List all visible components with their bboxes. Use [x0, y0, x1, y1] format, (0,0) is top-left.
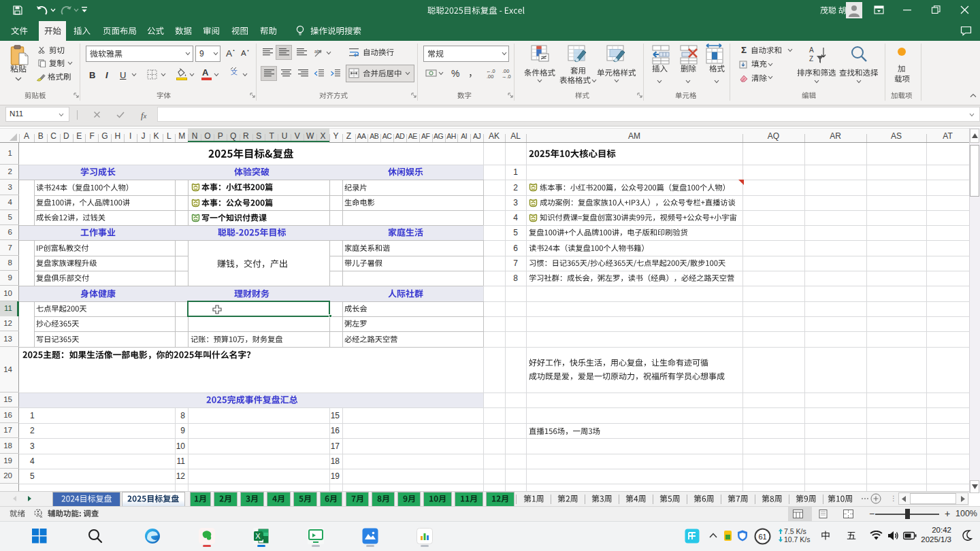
svg-text:Z: Z: [809, 55, 813, 63]
svg-text:61: 61: [759, 533, 767, 541]
svg-text:X: X: [255, 532, 261, 540]
svg-text:ab: ab: [314, 49, 320, 54]
svg-text:→.0: →.0: [502, 73, 511, 79]
svg-text:A: A: [809, 46, 814, 54]
svg-text:.00: .00: [487, 73, 493, 79]
